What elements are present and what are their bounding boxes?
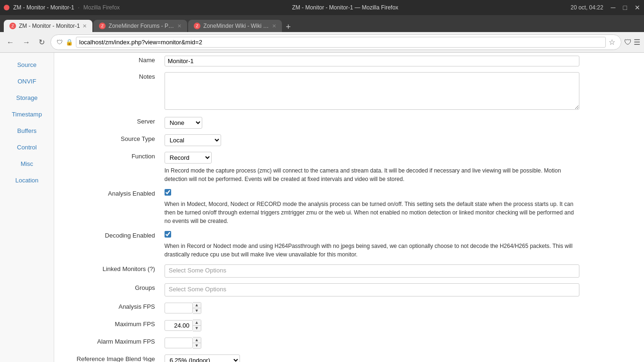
analysis-enabled-checkbox[interactable] [165,189,171,196]
maximum-fps-cell: ▲ ▼ [160,317,644,334]
maximum-fps-input[interactable] [165,320,193,331]
bookmark-star-icon[interactable]: ☆ [609,38,615,47]
menu-icon[interactable]: ☰ [634,38,640,47]
window-controls[interactable]: 20 oct, 04:22 ─ □ ✕ [570,4,640,11]
close-btn[interactable]: ✕ [635,4,640,11]
tab-favicon-2: Z [99,23,106,29]
address-bar: 🛡 🔒 ☆ [50,34,621,50]
app-container: Source ONVIF Storage Timestamp Buffers C… [0,53,644,362]
analysis-enabled-cell: When in Modect, Mocord, Nodect or RECORD… [160,186,644,228]
analysis-fps-input[interactable] [165,303,193,313]
name-input[interactable] [165,56,579,66]
browser-titlebar: ZM - Monitor - Monitor-1 · Mozilla Firef… [0,0,644,15]
notes-label: Notes [54,69,160,114]
notes-textarea[interactable] [165,72,579,110]
name-label: Name [54,53,160,69]
alarm-fps-input[interactable] [165,337,193,348]
linked-monitors-label: Linked Monitors (?) [54,262,160,280]
maximize-btn[interactable]: □ [623,4,627,11]
titlebar-center: ZM - Monitor - Monitor-1 — Mozilla Firef… [120,4,570,11]
decoding-enabled-cell: When in Record or Nodect mode and using … [160,228,644,262]
alarm-maximum-fps-cell: ▲ ▼ [160,334,644,352]
tab-close-1[interactable]: ✕ [83,23,87,29]
sidebar-item-buffers[interactable]: Buffers [0,123,54,139]
alarm-fps-spinner-btns: ▲ ▼ [193,337,201,349]
analysis-fps-up-btn[interactable]: ▲ [193,303,201,308]
maximum-fps-down-btn[interactable]: ▼ [193,326,201,331]
reference-blend-label: Reference Image Blend %ge [54,352,160,362]
alarm-maximum-fps-row: Alarm Maximum FPS ▲ ▼ [54,334,644,352]
function-select[interactable]: Record [165,152,212,164]
sidebar-item-source[interactable]: Source [0,57,54,73]
linked-monitors-input[interactable]: Select Some Options [165,264,579,278]
tab-close-2[interactable]: ✕ [177,23,182,29]
address-input[interactable] [76,37,606,48]
maximum-fps-spinner: ▲ ▼ [165,320,639,331]
maximum-fps-row: Maximum FPS ▲ ▼ [54,317,644,334]
sidebar-item-timestamp[interactable]: Timestamp [0,106,54,123]
sidebar-item-control[interactable]: Control [0,139,54,156]
tab-label-2: ZoneMinder Forums - Post a r [108,23,174,29]
sidebar-item-onvif[interactable]: ONVIF [0,73,54,90]
analysis-fps-spinner: ▲ ▼ [165,302,639,314]
reference-blend-cell: 6.25% (Indoor) 12.5% 25% 50% [160,352,644,362]
tab-zm-monitor[interactable]: Z ZM - Monitor - Monitor-1 ✕ [4,20,92,32]
notes-row: Notes [54,69,644,114]
name-cell [160,53,644,69]
page-icon: 🔒 [66,39,73,46]
sidebar: Source ONVIF Storage Timestamp Buffers C… [0,53,54,362]
sidebar-item-misc[interactable]: Misc [0,156,54,172]
reference-blend-row: Reference Image Blend %ge 6.25% (Indoor)… [54,352,644,362]
maximum-fps-up-btn[interactable]: ▲ [193,320,201,326]
tab-bar: Z ZM - Monitor - Monitor-1 ✕ Z ZoneMinde… [0,15,644,32]
forward-button[interactable]: → [20,36,33,49]
groups-label: Groups [54,280,160,299]
analysis-enabled-info: When in Modect, Mocord, Nodect or RECORD… [165,200,579,225]
tab-label-3: ZoneMinder Wiki - Wiki - How [203,23,269,29]
maximum-fps-label: Maximum FPS [54,317,160,334]
app-icon [4,5,9,10]
decoding-enabled-checkbox[interactable] [165,231,171,238]
tab-favicon-1: Z [9,23,16,29]
source-type-cell: Local [160,132,644,149]
sidebar-item-location[interactable]: Location [0,172,54,189]
shield-nav-icon: 🛡 [624,38,632,47]
linked-monitors-row: Linked Monitors (?) Select Some Options [54,262,644,280]
browser-name: Mozilla Firefox [83,4,120,11]
source-type-select[interactable]: Local [165,134,221,146]
tab-zoneminder-wiki[interactable]: Z ZoneMinder Wiki - Wiki - How ✕ [188,20,282,32]
minimize-btn[interactable]: ─ [611,4,616,11]
analysis-fps-down-btn[interactable]: ▼ [193,308,201,313]
new-tab-button[interactable]: + [283,22,294,32]
source-type-label: Source Type [54,132,160,149]
linked-monitors-cell: Select Some Options [160,262,644,280]
reference-blend-select[interactable]: 6.25% (Indoor) 12.5% 25% 50% [165,354,240,362]
analysis-fps-label: Analysis FPS [54,299,160,317]
tab-label-1: ZM - Monitor - Monitor-1 [19,23,80,29]
decoding-enabled-label: Decoding Enabled [54,228,160,262]
maximum-fps-spinner-btns: ▲ ▼ [193,320,201,331]
function-label: Function [54,149,160,186]
analysis-enabled-label: Analysis Enabled [54,186,160,228]
active-tab-title: ZM - Monitor - Monitor-1 [13,4,74,11]
function-row: Function Record In Record mode the captu… [54,149,644,186]
groups-input[interactable]: Select Some Options [165,283,579,296]
analysis-fps-row: Analysis FPS ▲ ▼ [54,299,644,317]
alarm-fps-up-btn[interactable]: ▲ [193,337,201,343]
tab-close-3[interactable]: ✕ [272,23,276,29]
server-label: Server [54,114,160,132]
alarm-fps-down-btn[interactable]: ▼ [193,343,201,348]
tab-zoneminder-forums[interactable]: Z ZoneMinder Forums - Post a r ✕ [93,20,187,32]
back-button[interactable]: ← [4,36,17,49]
sidebar-item-storage[interactable]: Storage [0,90,54,106]
decoding-enabled-info: When in Record or Nodect mode and using … [165,242,579,259]
reload-button[interactable]: ↻ [36,36,48,49]
analysis-enabled-row: Analysis Enabled When in Modect, Mocord,… [54,186,644,228]
analysis-fps-spinner-btns: ▲ ▼ [193,302,201,314]
groups-row: Groups Select Some Options [54,280,644,299]
server-cell: None [160,114,644,132]
function-info-text: In Record mode the capture process (zmc)… [165,166,579,183]
server-select[interactable]: None [165,117,202,129]
nav-right-icons: 🛡 ☰ [624,38,640,47]
notes-cell [160,69,644,114]
